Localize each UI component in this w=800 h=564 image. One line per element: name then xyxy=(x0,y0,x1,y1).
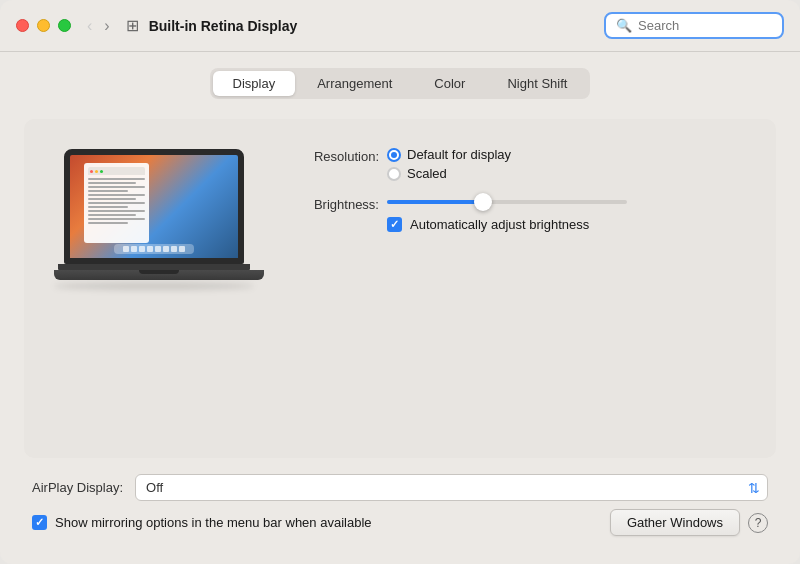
resolution-label: Resolution: xyxy=(284,147,379,164)
screen-line xyxy=(88,194,145,196)
brightness-slider-row xyxy=(387,195,627,209)
mirroring-left: ✓ Show mirroring options in the menu bar… xyxy=(32,515,372,530)
mirroring-row: ✓ Show mirroring options in the menu bar… xyxy=(32,509,768,536)
dock-icon xyxy=(123,246,129,252)
screen-line xyxy=(88,218,145,220)
search-box[interactable]: 🔍 xyxy=(604,12,784,39)
nav-buttons: ‹ › xyxy=(83,15,114,37)
checkmark-icon: ✓ xyxy=(390,218,399,231)
forward-button[interactable]: › xyxy=(100,15,113,37)
traffic-lights xyxy=(16,19,71,32)
brightness-row: Brightness: ✓ Auto xyxy=(284,195,756,232)
screen-line xyxy=(88,206,128,208)
auto-brightness-row: ✓ Automatically adjust brightness xyxy=(387,217,627,232)
laptop-base xyxy=(54,270,264,280)
laptop-screen xyxy=(64,149,244,264)
dock-icon xyxy=(179,246,185,252)
brightness-slider-container[interactable] xyxy=(387,195,627,209)
dock-icon xyxy=(131,246,137,252)
screen-line xyxy=(88,182,136,184)
screen-content-lines xyxy=(88,178,145,224)
dock-icon xyxy=(139,246,145,252)
close-button[interactable] xyxy=(16,19,29,32)
sw-min-dot xyxy=(95,170,98,173)
tabs-bar: Display Arrangement Color Night Shift xyxy=(24,68,776,99)
airplay-row: AirPlay Display: Off On ⇅ xyxy=(32,474,768,501)
gather-windows-button[interactable]: Gather Windows xyxy=(610,509,740,536)
screen-line xyxy=(88,214,136,216)
screen-window-titlebar xyxy=(88,167,145,175)
content-area: Resolution: Default for display Scaled B… xyxy=(24,119,776,458)
auto-brightness-checkbox[interactable]: ✓ xyxy=(387,217,402,232)
sw-max-dot xyxy=(100,170,103,173)
laptop-shadow xyxy=(54,282,254,290)
screen-line xyxy=(88,222,128,224)
screen-window xyxy=(84,163,149,243)
search-icon: 🔍 xyxy=(616,18,632,33)
brightness-label: Brightness: xyxy=(284,195,379,212)
laptop xyxy=(54,149,254,290)
dock-icon xyxy=(155,246,161,252)
laptop-notch xyxy=(139,270,179,274)
screen-dock xyxy=(114,244,194,254)
resolution-controls: Default for display Scaled xyxy=(387,147,511,181)
slider-thumb[interactable] xyxy=(474,193,492,211)
screen-line xyxy=(88,186,145,188)
slider-track xyxy=(387,200,627,204)
auto-brightness-label: Automatically adjust brightness xyxy=(410,217,589,232)
search-input[interactable] xyxy=(638,18,778,33)
airplay-select-container: Off On ⇅ xyxy=(135,474,768,501)
resolution-scaled-option[interactable]: Scaled xyxy=(387,166,511,181)
resolution-default-option[interactable]: Default for display xyxy=(387,147,511,162)
main-content: Display Arrangement Color Night Shift xyxy=(0,52,800,564)
tab-display[interactable]: Display xyxy=(213,71,296,96)
dock-icon xyxy=(147,246,153,252)
tab-arrangement[interactable]: Arrangement xyxy=(297,71,412,96)
bottom-right-controls: Gather Windows ? xyxy=(610,509,768,536)
airplay-label: AirPlay Display: xyxy=(32,480,123,495)
mirroring-checkbox[interactable]: ✓ xyxy=(32,515,47,530)
fullscreen-button[interactable] xyxy=(58,19,71,32)
brightness-controls: ✓ Automatically adjust brightness xyxy=(387,195,627,232)
resolution-scaled-radio[interactable] xyxy=(387,167,401,181)
titlebar: ‹ › ⊞ Built-in Retina Display 🔍 xyxy=(0,0,800,52)
bottom-bar: AirPlay Display: Off On ⇅ ✓ Show mirrori… xyxy=(24,474,776,548)
settings-panel: Resolution: Default for display Scaled B… xyxy=(284,139,756,246)
tab-color[interactable]: Color xyxy=(414,71,485,96)
screen-wallpaper xyxy=(70,155,238,258)
laptop-illustration xyxy=(44,139,264,290)
screen-line xyxy=(88,190,128,192)
resolution-default-radio[interactable] xyxy=(387,148,401,162)
screen-line xyxy=(88,198,136,200)
screen-line xyxy=(88,178,145,180)
help-button[interactable]: ? xyxy=(748,513,768,533)
sw-close-dot xyxy=(90,170,93,173)
window-title: Built-in Retina Display xyxy=(149,18,604,34)
resolution-row: Resolution: Default for display Scaled xyxy=(284,147,756,181)
grid-icon: ⊞ xyxy=(126,16,139,35)
screen-line xyxy=(88,202,145,204)
resolution-default-label: Default for display xyxy=(407,147,511,162)
tabs-container: Display Arrangement Color Night Shift xyxy=(210,68,591,99)
minimize-button[interactable] xyxy=(37,19,50,32)
dock-icon xyxy=(163,246,169,252)
mirroring-label: Show mirroring options in the menu bar w… xyxy=(55,515,372,530)
dock-icon xyxy=(171,246,177,252)
slider-fill xyxy=(387,200,483,204)
back-button[interactable]: ‹ xyxy=(83,15,96,37)
screen-line xyxy=(88,210,145,212)
airplay-select[interactable]: Off On xyxy=(135,474,768,501)
checkmark-icon: ✓ xyxy=(35,516,44,529)
resolution-scaled-label: Scaled xyxy=(407,166,447,181)
tab-night-shift[interactable]: Night Shift xyxy=(487,71,587,96)
